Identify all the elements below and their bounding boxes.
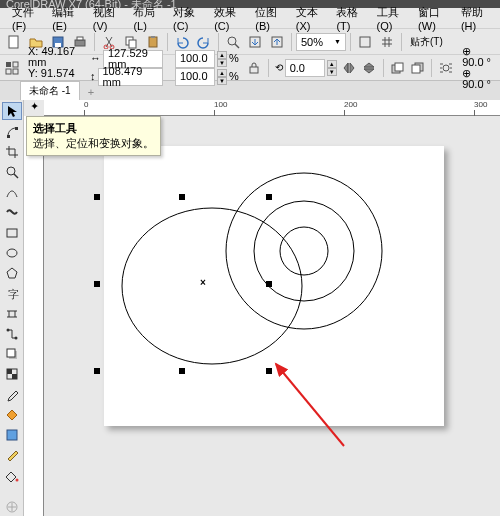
pick-tool-icon[interactable] [2,102,22,120]
import-icon[interactable] [245,32,265,52]
parallel-dim-icon[interactable] [2,305,22,323]
rotation-input[interactable]: ⟲0.0▲▼ [275,59,337,77]
svg-point-31 [7,249,17,257]
crop-tool-icon[interactable] [2,143,22,161]
menu-text[interactable]: 文本(X) [290,3,329,34]
menu-effects[interactable]: 效果(C) [208,3,247,34]
mirror-v-icon[interactable] [361,58,377,78]
menu-bar: 文件(F) 编辑(E) 视图(V) 布局(L) 对象(C) 效果(C) 位图(B… [0,8,500,28]
scale-x-input[interactable]: 100.0 [175,50,215,68]
fullscreen-icon[interactable] [355,32,375,52]
outline-pen-icon[interactable] [2,446,22,464]
rectangle-tool-icon[interactable] [2,224,22,242]
page[interactable] [104,146,444,426]
ellipse-tool-icon[interactable] [2,244,22,262]
menu-window[interactable]: 窗口(W) [412,3,453,34]
tooltip: 选择工具 选择、定位和变换对象。 [26,116,161,156]
redo-icon[interactable] [194,32,214,52]
svg-rect-30 [7,229,17,237]
ellipse-shape [122,208,302,364]
corner-readout: ⊕ 90.0 ° ⊕ 90.0 ° [458,46,496,90]
svg-point-11 [228,37,236,45]
svg-rect-40 [7,430,17,440]
document-tabs: 未命名 -1 + [0,80,500,100]
grid-icon[interactable] [377,32,397,52]
undo-icon[interactable] [172,32,192,52]
menu-view[interactable]: 视图(V) [87,3,126,34]
height-input[interactable]: 108.479 mm [98,68,164,86]
menu-help[interactable]: 帮助(H) [455,3,494,34]
menu-table[interactable]: 表格(T) [330,3,368,34]
svg-line-29 [14,174,18,178]
menu-object[interactable]: 对象(C) [167,3,206,34]
search-icon[interactable] [223,32,243,52]
sel-handle-bm[interactable] [179,368,185,374]
interactive-fill-icon[interactable] [2,406,22,424]
freehand-tool-icon[interactable] [2,183,22,201]
svg-rect-38 [7,369,12,374]
artistic-media-icon[interactable] [2,203,22,221]
drop-shadow-icon[interactable] [2,345,22,363]
new-icon[interactable] [4,32,24,52]
sel-center[interactable]: × [200,277,206,288]
zoom-select[interactable]: 50%▼ [296,33,346,51]
pan-tool-icon[interactable] [2,498,22,516]
svg-rect-0 [9,36,18,48]
sel-handle-tr[interactable] [266,194,272,200]
menu-bitmap[interactable]: 位图(B) [249,3,288,34]
svg-rect-15 [360,37,370,47]
lock-ratio-icon[interactable] [247,58,262,78]
grid-origin-icon[interactable] [4,58,20,78]
polygon-tool-icon[interactable] [2,264,22,282]
menu-layout[interactable]: 布局(L) [127,3,165,34]
scale-readout: 100.0▲▼ % 100.0▲▼ % [171,50,243,86]
shape-tool-icon[interactable] [2,122,22,140]
snap-label[interactable]: 贴齐(T) [406,35,447,49]
smart-fill-icon[interactable] [2,426,22,444]
svg-text:字: 字 [8,288,19,300]
svg-point-33 [6,328,9,331]
sel-handle-ml[interactable] [94,281,100,287]
svg-point-34 [14,336,17,339]
menu-tools[interactable]: 工具(Q) [371,3,411,34]
svg-rect-26 [7,135,10,138]
transparency-icon[interactable] [2,365,22,383]
zoom-tool-icon[interactable] [2,163,22,181]
to-front-icon[interactable] [389,58,405,78]
add-tab-icon[interactable]: + [82,84,100,100]
svg-rect-22 [395,63,403,71]
svg-line-12 [235,44,239,48]
to-back-icon[interactable] [409,58,425,78]
doc-tab[interactable]: 未命名 -1 [20,81,80,100]
toolbox: 字 [0,100,24,516]
connector-tool-icon[interactable] [2,325,22,343]
svg-rect-36 [7,349,15,357]
scale-y-input[interactable]: 100.0 [175,68,215,86]
inner-circle [280,227,328,275]
svg-rect-18 [6,69,11,74]
drawing-svg [104,146,444,426]
svg-point-25 [443,65,449,71]
export-icon[interactable] [267,32,287,52]
fill-tool-icon[interactable] [2,466,22,484]
sel-handle-tm[interactable] [179,194,185,200]
cursor-indicator: ✦ [30,100,39,113]
outer-circle [226,173,382,329]
sel-handle-bl[interactable] [94,368,100,374]
sel-handle-tl[interactable] [94,194,100,200]
canvas-area[interactable]: 0 100 200 300 ✦ 选择工具 选择、定位和变换对象。 [24,100,500,516]
text-tool-icon[interactable]: 字 [2,284,22,302]
property-bar: X: 49.167 mm Y: 91.574 mm ↔ 127.529 mm ↕… [0,54,500,80]
menu-file[interactable]: 文件(F) [6,3,44,34]
svg-rect-19 [13,69,18,74]
sel-handle-br[interactable] [266,368,272,374]
svg-rect-27 [15,127,18,130]
menu-edit[interactable]: 编辑(E) [46,3,85,34]
svg-rect-20 [250,67,258,73]
eyedropper-icon[interactable] [2,385,22,403]
mirror-h-icon[interactable] [341,58,357,78]
svg-point-28 [7,167,15,175]
svg-rect-17 [13,62,18,67]
wrap-icon[interactable] [438,58,454,78]
sel-handle-mr[interactable] [266,281,272,287]
